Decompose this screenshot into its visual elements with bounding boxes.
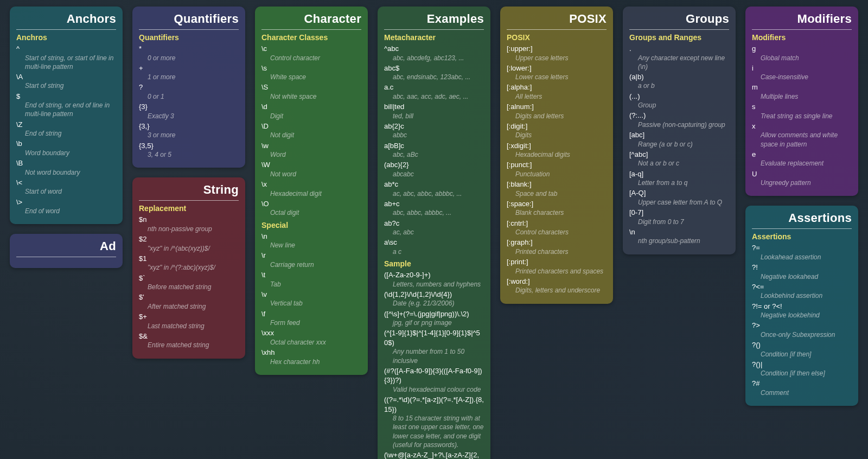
term: \A (16, 72, 116, 82)
term: \t (261, 270, 361, 280)
term: ab{2}c (384, 122, 484, 131)
description: abcabc (393, 170, 484, 178)
column-0: AnchorsAnchros^Start of string, or start… (10, 7, 123, 268)
description: Upper case letters (515, 54, 607, 62)
term: \f (261, 309, 361, 319)
section-heading: Groups and Ranges (629, 33, 729, 42)
description: Negative lookahead (761, 272, 852, 281)
term: [:xdigit:] (507, 141, 607, 151)
term: \xhh (261, 348, 361, 358)
term: a[bB]c (384, 141, 484, 151)
description: 0 or more (148, 54, 239, 62)
term: [:word:] (507, 277, 607, 286)
description: nth group/­sub­-pa­ttern (638, 237, 729, 245)
description: ac, abc, abbc, abbbc, ... (393, 189, 484, 198)
term: \n (629, 227, 729, 237)
card-title: Assertions (752, 210, 852, 229)
description: Not a or b or c (638, 159, 729, 168)
description: Start of string, or start of line in mul… (25, 54, 116, 71)
term: e (752, 150, 852, 160)
description: Upper case letter from A to Q (638, 198, 729, 207)
description: Blank characters (515, 208, 607, 217)
term: {3} (139, 102, 239, 112)
card-title: POSIX (507, 11, 607, 30)
card-anchors: AnchorsAnchros^Start of string, or start… (10, 7, 123, 224)
term: ?= (752, 243, 852, 253)
description: abc, abbc, abbbc, ... (393, 208, 484, 217)
term: \xxx (261, 328, 361, 338)
description: Treat string as single line (761, 112, 852, 120)
card-title: Anchors (16, 11, 116, 30)
description: Octal digit (270, 208, 361, 217)
term: [a-q] (629, 169, 729, 179)
description: After matched string (148, 302, 239, 311)
description: Digits, letters and underscore (515, 286, 607, 295)
term: \w (261, 141, 361, 151)
section-heading: Metacharacter (384, 33, 484, 42)
term: ab?c (384, 219, 484, 228)
description: Lookbehind assertion (761, 291, 852, 300)
term: $+ (139, 312, 239, 322)
term: a\sc (384, 238, 484, 247)
card-character: CharacterCharacter Classes\cControl char… (255, 7, 368, 375)
card-title: Groups (629, 11, 729, 30)
card-title: Ad (16, 238, 116, 257)
card-title: Character (261, 11, 361, 30)
description: Range (a or b or c) (638, 140, 729, 149)
card-title: Modifiers (752, 11, 852, 30)
description: Word (270, 150, 361, 159)
term: \< (16, 178, 116, 188)
term: (^[1-9]{1}$|^[1-4]{1}[0-9]{1}$|^50$) (384, 328, 484, 347)
term: [:cntrl:] (507, 219, 607, 228)
description: Digit from 0 to 7 (638, 218, 729, 226)
description: 3 or more (148, 131, 239, 139)
term: [:print:] (507, 257, 607, 267)
description: Control characters (515, 228, 607, 237)
description: Not word (270, 170, 361, 178)
description: Lower case letters (515, 73, 607, 81)
description: abc, abcdefg, abc123, ... (393, 54, 484, 62)
description: Group (638, 101, 729, 110)
term: [abc] (629, 130, 729, 140)
term: (#?([A-Fa-f0-9]){3}(([A-Fa-f0-9]){3})?) (384, 366, 484, 385)
term: ?! (752, 263, 852, 272)
term: a.c (384, 82, 484, 92)
term: \n (261, 232, 361, 241)
column-4: POSIXPOSIX[:upper:]Upper case letters[:l… (500, 7, 613, 304)
term: [:digit:] (507, 122, 607, 131)
term: + (139, 63, 239, 73)
term: ?()| (752, 360, 852, 369)
term: (\w+@[a-zA-Z_]+?\.[a-zA-Z]{2,6}) (384, 450, 484, 459)
term: $' (139, 292, 239, 302)
description: Once-only Subexp­ression (761, 330, 852, 339)
description: Hexade­cimal digit (270, 189, 361, 198)
column-3: ExamplesMetacharacter^abcabc, abcdefg, a… (378, 7, 490, 459)
column-2: CharacterCharacter Classes\cControl char… (255, 7, 368, 375)
column-1: QuantifiersQuantifiers*0 or more+1 or mo… (132, 7, 245, 359)
term: ([A-Za-z0-9-]+) (384, 270, 484, 280)
description: nth non-pa­ssive group (148, 225, 239, 233)
term: i (752, 63, 852, 73)
description: Printed characters and spaces (515, 267, 607, 276)
card-string: StringReplacement$nnth non-pa­ssive grou… (132, 177, 245, 358)
section-heading: Special (261, 221, 361, 229)
description: Letter from a to q (638, 178, 729, 187)
term: [:alpha:] (507, 82, 607, 92)
card-title: Quantifiers (139, 11, 239, 30)
term: [0-7] (629, 208, 729, 218)
term: s (752, 102, 852, 112)
description: 8 to 15 character string with at least o… (393, 414, 484, 449)
description: Punctu­ation (515, 170, 607, 178)
term: [:space:] (507, 199, 607, 209)
description: Exactly 3 (148, 112, 239, 120)
description: End of string, or end of line in multi-l… (25, 101, 116, 118)
term: \Z (16, 120, 116, 130)
card-title: Examples (384, 11, 484, 30)
description: abc, aBc (393, 150, 484, 159)
term: \c (261, 44, 361, 54)
term: [:alnum:] (507, 102, 607, 112)
term: ab+c (384, 199, 484, 209)
term: ab*c (384, 180, 484, 189)
term: (a|b) (629, 72, 729, 82)
description: Condition [if then] (761, 350, 852, 359)
